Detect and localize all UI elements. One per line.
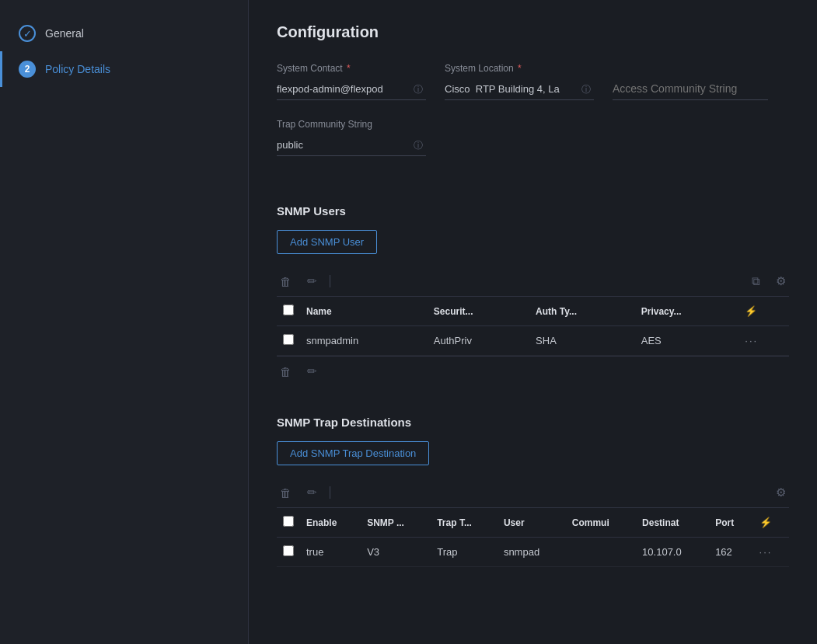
trap-community-string-label: Trap Community String — [277, 119, 426, 130]
snmp-users-table: Name Securit... Auth Ty... Privacy... ⚡ … — [277, 297, 789, 356]
col-snmp-header: SNMP ... — [361, 508, 431, 538]
sidebar: ✓ General 2 Policy Details — [0, 0, 249, 644]
select-all-trap-checkbox[interactable] — [283, 516, 294, 527]
col-port-header: Port — [709, 508, 752, 538]
trap-community-string-input-wrap: ⓘ — [277, 134, 426, 156]
delete-icon-trap-top[interactable]: 🗑 — [277, 483, 295, 503]
gear-icon-users[interactable]: ⚙ — [773, 271, 789, 291]
trap-community-string-input[interactable] — [277, 134, 426, 156]
row-snmp-trap-1: V3 — [361, 538, 431, 567]
system-contact-label: System Contact * — [277, 63, 426, 74]
row-community-trap-1 — [566, 538, 636, 567]
row-privacy-snmpadmin: AES — [635, 326, 739, 356]
row-check-snmpadmin — [277, 326, 300, 356]
snmp-trap-table: Enable SNMP ... Trap T... User Commui De… — [277, 508, 789, 567]
policy-details-num-icon: 2 — [19, 61, 36, 78]
row-checkbox-trap-1[interactable] — [283, 545, 294, 556]
trap-community-string-group: Trap Community String ⓘ — [277, 119, 426, 156]
system-location-label: System Location * — [445, 63, 594, 74]
sidebar-item-label-general: General — [45, 27, 84, 40]
form-row-1: System Contact * ⓘ System Location * ⓘ — [277, 63, 789, 100]
snmp-users-toolbar-top: 🗑 ✏ ⧉ ⚙ — [277, 266, 789, 297]
sidebar-item-policy-details[interactable]: 2 Policy Details — [0, 51, 248, 87]
main-content: Configuration System Contact * ⓘ System … — [249, 0, 817, 644]
access-community-string-group — [613, 78, 768, 100]
col-trap-type-header: Trap T... — [431, 508, 498, 538]
snmp-trap-header-row: Enable SNMP ... Trap T... User Commui De… — [277, 508, 789, 538]
lightning-icon-trap-header: ⚡ — [759, 517, 772, 528]
add-snmp-user-button[interactable]: Add SNMP User — [277, 230, 377, 254]
table-row: snmpadmin AuthPriv SHA AES ··· — [277, 326, 789, 356]
col-check-users — [277, 297, 300, 326]
row-more-trap-1: ··· — [753, 538, 789, 567]
sidebar-item-general[interactable]: ✓ General — [0, 16, 248, 51]
row-more-snmpadmin: ··· — [738, 326, 789, 356]
more-icon-trap-1[interactable]: ··· — [759, 546, 773, 558]
row-user-trap-1: snmpad — [498, 538, 566, 567]
row-check-trap-1 — [277, 538, 300, 567]
sidebar-item-label-policy-details: Policy Details — [45, 63, 110, 75]
system-contact-input-wrap: ⓘ — [277, 78, 426, 100]
col-actions-header-users: ⚡ — [738, 297, 789, 326]
snmp-users-toolbar-bottom: 🗑 ✏ — [277, 356, 789, 386]
col-enable-header: Enable — [300, 508, 361, 538]
delete-icon-users-top[interactable]: 🗑 — [277, 272, 295, 291]
row-destination-trap-1: 10.107.0 — [636, 538, 709, 567]
snmp-trap-destinations-title: SNMP Trap Destinations — [277, 416, 789, 429]
snmp-users-toolbar-right: ⧉ ⚙ — [749, 271, 789, 291]
col-name-header: Name — [300, 297, 428, 326]
table-row: true V3 Trap snmpad 10.107.0 162 ··· — [277, 538, 789, 567]
toolbar-divider-users — [330, 275, 330, 287]
select-all-users-checkbox[interactable] — [283, 305, 294, 315]
add-snmp-trap-destination-button[interactable]: Add SNMP Trap Destination — [277, 441, 429, 465]
system-location-group: System Location * ⓘ — [445, 63, 594, 100]
access-community-string-input[interactable] — [613, 78, 768, 100]
snmp-trap-destinations-section: SNMP Trap Destinations Add SNMP Trap Des… — [277, 416, 789, 567]
col-auth-type-header: Auth Ty... — [529, 297, 635, 326]
delete-icon-users-bottom[interactable]: 🗑 — [277, 362, 295, 381]
row-trap-type-1: Trap — [431, 538, 498, 567]
copy-icon-users[interactable]: ⧉ — [749, 271, 763, 291]
system-location-input-wrap: ⓘ — [445, 78, 594, 100]
page-title: Configuration — [277, 23, 789, 41]
row-checkbox-snmpadmin[interactable] — [283, 334, 294, 345]
snmp-users-header-row: Name Securit... Auth Ty... Privacy... ⚡ — [277, 297, 789, 326]
snmp-trap-toolbar-right: ⚙ — [773, 482, 789, 503]
form-row-2: Trap Community String ⓘ — [277, 119, 789, 156]
system-location-input[interactable] — [445, 78, 594, 100]
col-destination-header: Destinat — [636, 508, 709, 538]
trap-community-string-info-icon[interactable]: ⓘ — [414, 139, 423, 152]
row-security-snmpadmin: AuthPriv — [428, 326, 529, 356]
col-user-header: User — [498, 508, 566, 538]
gear-icon-trap[interactable]: ⚙ — [773, 482, 789, 503]
system-contact-group: System Contact * ⓘ — [277, 63, 426, 100]
toolbar-divider-trap — [330, 486, 330, 499]
snmp-users-section: SNMP Users Add SNMP User 🗑 ✏ ⧉ ⚙ Name Se… — [277, 204, 789, 386]
edit-icon-users-bottom[interactable]: ✏ — [304, 361, 320, 381]
col-actions-header-trap: ⚡ — [753, 508, 789, 538]
col-privacy-header: Privacy... — [635, 297, 739, 326]
row-auth-type-snmpadmin: SHA — [529, 326, 635, 356]
check-icon: ✓ — [19, 25, 36, 42]
edit-icon-users-top[interactable]: ✏ — [304, 271, 320, 291]
col-security-header: Securit... — [428, 297, 529, 326]
col-community-header: Commui — [566, 508, 636, 538]
snmp-users-title: SNMP Users — [277, 204, 789, 218]
edit-icon-trap-top[interactable]: ✏ — [304, 482, 320, 503]
row-enable-trap-1: true — [300, 538, 361, 567]
row-name-snmpadmin: snmpadmin — [300, 326, 428, 356]
row-port-trap-1: 162 — [709, 538, 752, 567]
system-location-info-icon[interactable]: ⓘ — [581, 83, 591, 96]
system-contact-info-icon[interactable]: ⓘ — [414, 83, 423, 96]
more-icon-snmpadmin[interactable]: ··· — [745, 335, 758, 346]
col-check-trap — [277, 508, 300, 538]
lightning-icon-users-header: ⚡ — [745, 305, 757, 317]
snmp-trap-toolbar-top: 🗑 ✏ ⚙ — [277, 478, 789, 508]
system-contact-input[interactable] — [277, 78, 426, 100]
